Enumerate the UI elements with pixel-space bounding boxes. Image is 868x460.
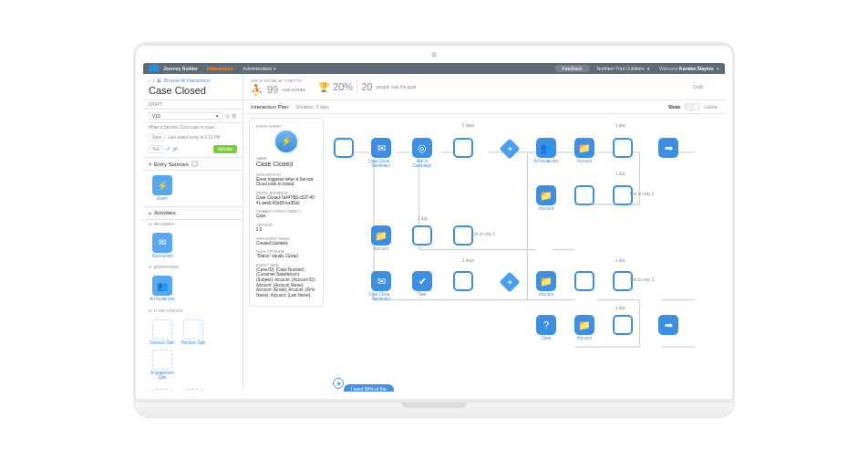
tab-interactions[interactable]: Interactions <box>207 66 232 71</box>
tile-wait[interactable]: ◷Wait <box>180 389 207 392</box>
goal-bubble[interactable]: I want 50% of the <box>344 384 394 392</box>
node-ad-audiences[interactable]: 👥Ad Audiences <box>532 138 561 164</box>
goal-pct: 20% <box>333 81 353 92</box>
info-icon[interactable]: i <box>191 161 198 167</box>
node-sparkle[interactable]: ✦ <box>495 275 524 289</box>
node-account[interactable]: 📁Account <box>532 185 561 212</box>
sparkle-icon: ✦ <box>500 139 521 160</box>
clock-icon: ◷ <box>412 225 432 246</box>
total-entries-label: total entries <box>282 87 305 92</box>
since-label: SINCE INITIAL ACTIVATION <box>251 78 305 83</box>
node-wait[interactable]: ◷ <box>608 315 637 335</box>
undo-icon[interactable]: ↺ <box>166 147 170 152</box>
right-sub-header: SINCE INITIAL ACTIVATION ⛹ 99 total entr… <box>243 74 725 99</box>
node-task[interactable]: ✔Task <box>408 271 437 298</box>
tile-random-split[interactable]: %Random Split <box>180 319 207 346</box>
node-account[interactable]: 📁Account <box>532 271 561 298</box>
exit-icon: ➡ <box>658 315 678 335</box>
split-icon: ⤴ <box>152 350 172 370</box>
laptop-frame: Journey Builder Interactions Administrat… <box>133 42 735 418</box>
entry-event-panel[interactable]: ENTRY EVENT ⚡ NAME Case Closed DESCRIPTI… <box>249 118 324 307</box>
link-icon[interactable]: 🔗 <box>172 147 178 152</box>
tile-ad-audiences[interactable]: 👥Ad Audiences <box>149 276 176 302</box>
exit-label: Exit on day 3 <box>630 277 654 282</box>
welcome-user-menu[interactable]: Welcome Karalee Slayton ▾ <box>659 66 719 71</box>
node-exit[interactable]: ➡ <box>654 138 683 158</box>
version-select[interactable]: V10▾ <box>149 112 222 120</box>
folder-icon: 📁 <box>574 138 594 158</box>
trash-icon[interactable]: 🗑 <box>232 113 237 119</box>
folder-icon: 📁 <box>536 185 556 205</box>
node-account[interactable]: 📁Account <box>570 138 599 164</box>
chevron-down-icon: ▾ <box>274 66 276 71</box>
draft-label: DRAFT <box>143 100 243 110</box>
node-wait[interactable]: ◷ <box>570 185 599 205</box>
node-case[interactable]: ?Case <box>532 315 561 341</box>
clock-icon: ◷ <box>453 271 473 291</box>
interaction-plan-title: Interaction Plan <box>251 104 289 110</box>
tile-send-email[interactable]: ✉Send Email <box>149 233 176 259</box>
copy-icon[interactable]: ⧉ <box>225 113 229 120</box>
goal-flag-icon[interactable]: ⚑ <box>333 378 344 389</box>
salesforce-cloud-icon <box>149 65 160 72</box>
node-sparkle[interactable]: ✦ <box>495 141 524 156</box>
flow-canvas[interactable]: ENTRY EVENT ⚡ NAME Case Closed DESCRIPTI… <box>243 114 725 392</box>
folder-icon: 📁 <box>536 271 556 291</box>
journey-builder-app: Journey Builder Interactions Administrat… <box>143 63 725 392</box>
node-wait[interactable]: ◷ <box>449 271 478 291</box>
clock-icon: ◷ <box>613 315 633 335</box>
duration-tag: 2 days <box>462 123 474 128</box>
test-button[interactable]: Test <box>149 145 163 153</box>
grid-icon[interactable]: ▦ <box>157 78 161 83</box>
node-case-close-sentiment[interactable]: ✉Case Close… Sentiment <box>367 271 396 301</box>
exit-icon: ➡ <box>658 138 678 158</box>
clock-icon: ◷ <box>453 138 473 158</box>
chevron-down-icon: ▾ <box>717 66 719 71</box>
clock-icon: ◷ <box>574 185 594 205</box>
show-labels-toggle[interactable]: Show Labels <box>668 103 718 110</box>
exit-label: Exit on day 1 <box>471 232 495 236</box>
node-wait[interactable]: ◷ <box>408 225 437 246</box>
tab-administration[interactable]: Administration▾ <box>243 66 277 71</box>
laptop-camera <box>431 52 437 58</box>
envelope-icon: ✉ <box>371 271 391 291</box>
browse-all-link[interactable]: Browse All Interactions <box>164 78 211 83</box>
envelope-icon: ✉ <box>152 233 172 253</box>
top-tabs: Interactions Administration▾ <box>207 66 285 71</box>
activate-button[interactable]: Activate <box>213 145 237 153</box>
node-case-close-sentiment[interactable]: ✉Case Close… Sentiment <box>367 138 396 168</box>
tile-event[interactable]: ⚡Event <box>149 175 176 202</box>
node-account[interactable]: 📁Account <box>367 225 396 252</box>
back-chevron-icon[interactable]: ‹ <box>149 78 150 83</box>
save-button[interactable]: Save <box>149 133 165 141</box>
last-saved-label: Last saved today at 2:21 PM <box>168 135 220 140</box>
node-wait[interactable]: ◷ <box>570 271 599 291</box>
node-wait[interactable]: ◷ <box>449 138 478 158</box>
feedback-button[interactable]: Feedback <box>555 65 590 72</box>
node-decision[interactable]: ? <box>329 138 358 158</box>
join-icon: ➤ <box>152 389 172 392</box>
tile-decision-split[interactable]: ?Decision Split <box>149 319 176 346</box>
top-bar: Journey Builder Interactions Administrat… <box>143 63 725 74</box>
node-wait[interactable]: ◷ <box>608 138 637 158</box>
main-panel: Interaction Plan Duration: 3 days Show L… <box>243 100 725 392</box>
left-sub-header: ‹ | ▦ Browse All Interactions Case Close… <box>143 74 243 99</box>
disclose-icon: ▾ <box>149 210 151 216</box>
duration-tag: 1 day <box>615 172 625 176</box>
tile-engagement-split[interactable]: ⤴Engagement Split <box>149 350 176 380</box>
duration-tag: 2 days <box>462 258 474 263</box>
trophy-icon: 🏆 <box>318 82 329 92</box>
duration-tag: 1 day <box>418 216 428 221</box>
tile-join[interactable]: ➤Join <box>149 389 176 392</box>
exit-icon: ➡ <box>453 225 473 246</box>
node-add-to-campaign[interactable]: ◎Add to Campaign <box>408 138 437 168</box>
lightning-icon: ⚡ <box>152 175 172 195</box>
draft-status: Draft <box>693 84 703 89</box>
entry-sources-section[interactable]: ▾ Entry Sources i <box>143 157 243 171</box>
org-menu[interactable]: Northern Trail Outfitters ▾ <box>597 66 650 71</box>
activities-section[interactable]: ▾ Activities <box>143 206 243 220</box>
node-exit[interactable]: ➡ <box>654 315 683 335</box>
node-account[interactable]: 📁Account <box>570 315 599 341</box>
folder-icon: 📁 <box>371 225 391 246</box>
target-icon: ◎ <box>412 138 432 158</box>
